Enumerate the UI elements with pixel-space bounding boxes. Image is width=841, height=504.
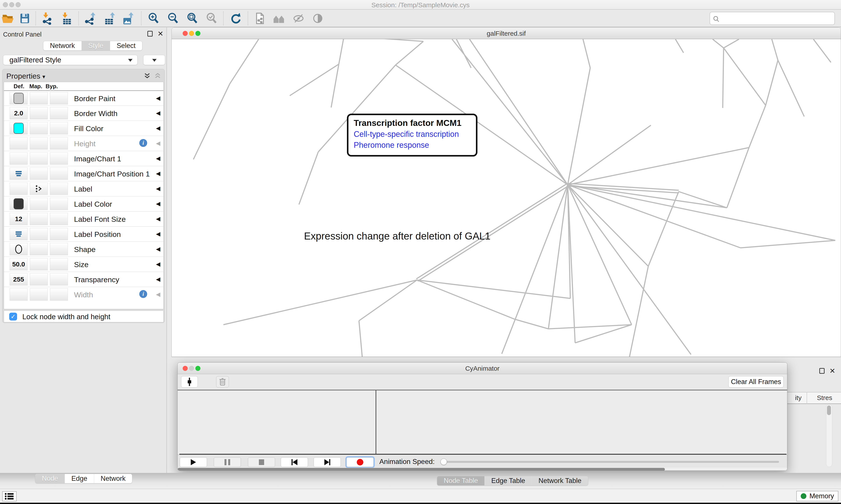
cyanimator-timeline[interactable]: Seconds xyxy=(178,390,787,454)
tab-node-table[interactable]: Node Table xyxy=(437,476,484,485)
properties-header[interactable]: Properties ▾ xyxy=(6,72,45,80)
bypass-cell[interactable] xyxy=(50,152,68,165)
default-value-cell[interactable] xyxy=(10,152,28,165)
bypass-cell[interactable] xyxy=(50,183,68,195)
annotation-box[interactable]: Transcription factor MCM1 Cell-type-spec… xyxy=(347,114,478,157)
tab-network-table[interactable]: Network Table xyxy=(532,476,588,485)
mapping-cell[interactable] xyxy=(30,167,48,180)
style-selector[interactable]: galFiltered Style xyxy=(3,55,138,65)
float-panel-icon[interactable] xyxy=(147,31,153,37)
search-input[interactable] xyxy=(710,12,835,25)
bypass-cell[interactable] xyxy=(50,288,68,301)
mapping-cell[interactable] xyxy=(30,273,48,286)
slider-thumb[interactable] xyxy=(441,458,447,465)
close-panel-icon[interactable]: ✕ xyxy=(158,31,163,37)
add-frame-button[interactable] xyxy=(181,376,198,388)
memory-button[interactable]: Memory xyxy=(796,491,838,501)
tab-edge[interactable]: Edge xyxy=(65,474,94,483)
tab-style[interactable]: Style xyxy=(82,41,110,50)
import-table-icon[interactable] xyxy=(60,12,73,25)
property-row-label-color[interactable]: Label Color◀ xyxy=(4,196,163,211)
expand-property-icon[interactable]: ◀ xyxy=(156,276,160,283)
tab-node[interactable]: Node xyxy=(35,474,65,483)
stop-button[interactable] xyxy=(248,457,275,467)
float-panel-icon[interactable] xyxy=(819,368,825,374)
property-row-label[interactable]: Label◀ xyxy=(4,181,163,196)
import-network-icon[interactable] xyxy=(41,12,54,25)
open-session-icon[interactable] xyxy=(1,12,14,25)
expand-property-icon[interactable]: ◀ xyxy=(156,170,160,177)
expand-property-icon[interactable]: ◀ xyxy=(156,110,160,116)
mapping-cell[interactable] xyxy=(30,107,48,119)
network-canvas[interactable]: Expression change after deletion of GAL1… xyxy=(172,39,841,357)
mapping-cell[interactable] xyxy=(30,243,48,255)
bypass-cell[interactable] xyxy=(50,243,68,255)
bypass-cell[interactable] xyxy=(50,122,68,134)
info-icon[interactable]: i xyxy=(139,139,147,147)
network-window-titlebar[interactable]: galFiltered.sif xyxy=(172,28,841,39)
save-session-icon[interactable] xyxy=(18,12,31,25)
default-value-cell[interactable] xyxy=(10,183,28,195)
task-history-button[interactable] xyxy=(2,491,17,501)
tab-network[interactable]: Network xyxy=(94,474,132,483)
refresh-view-icon[interactable] xyxy=(229,12,242,25)
hide-labels-icon[interactable] xyxy=(292,12,305,25)
property-row-width[interactable]: Widthi◀ xyxy=(4,287,163,302)
network-file-icon[interactable] xyxy=(253,12,266,25)
property-row-border-width[interactable]: 2.0Border Width◀ xyxy=(4,106,163,121)
mapping-cell[interactable] xyxy=(30,92,48,105)
clear-all-frames-button[interactable]: Clear All Frames xyxy=(729,376,784,388)
play-button[interactable] xyxy=(180,457,207,467)
table-scrollbar[interactable] xyxy=(826,404,832,467)
timeline-playhead[interactable] xyxy=(376,390,376,454)
bypass-cell[interactable] xyxy=(50,167,68,180)
mapping-cell[interactable] xyxy=(30,258,48,270)
mapping-cell[interactable] xyxy=(30,213,48,225)
bypass-cell[interactable] xyxy=(50,92,68,105)
bypass-cell[interactable] xyxy=(50,228,68,240)
delete-frame-button[interactable] xyxy=(216,376,229,388)
skip-to-end-button[interactable] xyxy=(314,457,341,467)
annotation-link-1[interactable]: Cell-type-specific transcription xyxy=(354,130,476,139)
property-row-shape[interactable]: Shape◀ xyxy=(4,241,163,257)
property-row-border-paint[interactable]: Border Paint◀ xyxy=(4,90,163,106)
default-value-cell[interactable]: 12 xyxy=(10,213,28,225)
default-value-cell[interactable]: 255 xyxy=(10,273,28,286)
default-value-cell[interactable] xyxy=(10,228,28,240)
expand-property-icon[interactable]: ◀ xyxy=(156,200,160,207)
info-icon[interactable]: i xyxy=(139,290,147,298)
graphics-details-icon[interactable] xyxy=(273,12,285,25)
default-value-cell[interactable] xyxy=(10,92,28,105)
bypass-cell[interactable] xyxy=(50,213,68,225)
default-value-cell[interactable] xyxy=(10,137,28,149)
zoom-fit-icon[interactable] xyxy=(186,12,199,25)
close-panel-icon[interactable]: ✕ xyxy=(829,368,835,374)
table-column-centrality[interactable]: ity xyxy=(795,394,802,401)
lock-size-checkbox[interactable]: ✓ xyxy=(9,313,17,321)
mapping-cell[interactable] xyxy=(30,137,48,149)
default-value-cell[interactable] xyxy=(10,288,28,301)
default-value-cell[interactable] xyxy=(10,122,28,134)
tab-select[interactable]: Select xyxy=(110,41,142,50)
expand-property-icon[interactable]: ◀ xyxy=(156,140,160,147)
property-row-height[interactable]: Heighti◀ xyxy=(4,136,163,151)
record-button[interactable] xyxy=(346,457,374,467)
default-value-cell[interactable] xyxy=(10,243,28,255)
expand-all-icon[interactable] xyxy=(143,72,151,80)
mapping-cell[interactable] xyxy=(30,198,48,210)
default-value-cell[interactable] xyxy=(10,167,28,180)
export-table-icon[interactable] xyxy=(103,12,116,25)
expand-property-icon[interactable]: ◀ xyxy=(156,185,160,192)
mapping-cell[interactable] xyxy=(30,228,48,240)
expand-property-icon[interactable]: ◀ xyxy=(156,125,160,131)
export-network-icon[interactable] xyxy=(84,12,96,25)
style-options-button[interactable] xyxy=(143,55,165,65)
zoom-in-icon[interactable] xyxy=(147,12,160,25)
expand-property-icon[interactable]: ◀ xyxy=(156,261,160,268)
animation-speed-slider[interactable] xyxy=(441,461,779,463)
bypass-cell[interactable] xyxy=(50,273,68,286)
mapping-cell[interactable] xyxy=(30,183,48,195)
bypass-cell[interactable] xyxy=(50,198,68,210)
zoom-out-icon[interactable] xyxy=(167,12,179,25)
default-value-cell[interactable]: 50.0 xyxy=(10,258,28,270)
